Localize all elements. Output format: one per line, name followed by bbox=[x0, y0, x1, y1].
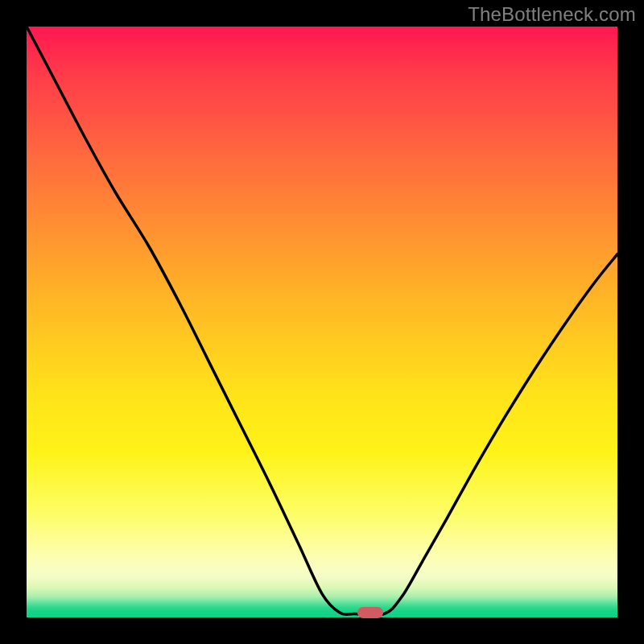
plot-area bbox=[27, 27, 617, 617]
chart-frame: TheBottleneck.com bbox=[0, 0, 644, 644]
sweet-spot-marker bbox=[357, 607, 383, 618]
watermark-text: TheBottleneck.com bbox=[468, 3, 636, 26]
bottleneck-curve bbox=[27, 27, 617, 617]
